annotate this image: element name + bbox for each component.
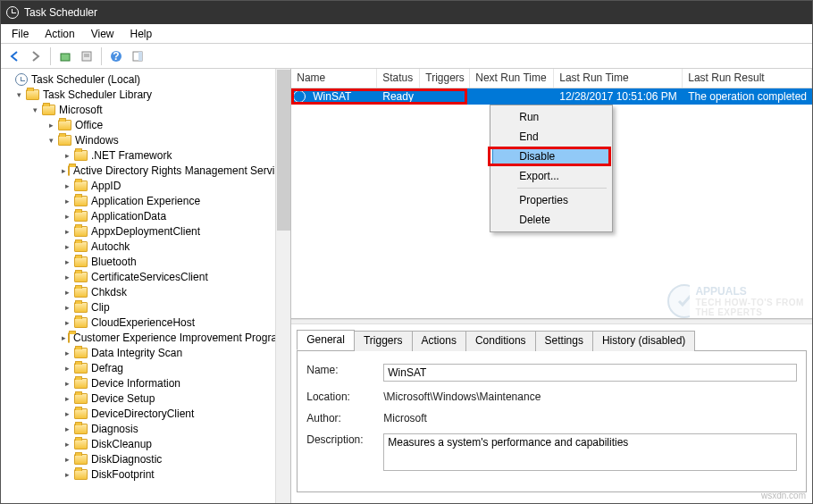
ctx-delete[interactable]: Delete [492, 210, 610, 230]
tree-folder[interactable]: Application Experience [1, 193, 290, 208]
expand-icon[interactable] [62, 256, 72, 267]
tree-folder[interactable]: Customer Experience Improvement Program [1, 330, 290, 345]
ctx-export[interactable]: Export... [492, 166, 610, 186]
tree-label: CloudExperienceHost [91, 316, 195, 329]
tree-microsoft[interactable]: Microsoft [1, 102, 290, 117]
menu-view[interactable]: View [84, 26, 122, 42]
tree-folder[interactable]: DeviceDirectoryClient [1, 406, 290, 421]
tree-folder[interactable]: DiskDiagnostic [1, 451, 290, 466]
expand-icon[interactable] [46, 120, 56, 130]
col-name[interactable]: Name [291, 69, 377, 88]
tab-history[interactable]: History (disabled) [592, 331, 695, 351]
action-pane-toggle[interactable] [128, 46, 147, 66]
expand-icon[interactable] [46, 135, 56, 146]
expand-icon[interactable] [62, 196, 72, 206]
expand-icon[interactable] [29, 105, 40, 115]
tree-folder[interactable]: AppxDeploymentClient [1, 223, 290, 239]
col-triggers[interactable]: Triggers [420, 69, 470, 88]
right-pane: Name Status Triggers Next Run Time Last … [291, 69, 812, 503]
tree-label: ApplicationData [91, 210, 166, 223]
up-button[interactable] [55, 46, 75, 66]
tree-root[interactable]: Task Scheduler (Local) [1, 71, 290, 87]
folder-icon [74, 363, 88, 374]
tree-scrollbar[interactable] [275, 69, 290, 503]
tab-settings[interactable]: Settings [535, 331, 593, 351]
watermark: APPUALS TECH HOW-TO'S FROM THE EXPERTS [666, 283, 812, 319]
tree-folder[interactable]: DiskFootprint [1, 466, 290, 482]
tree-folder[interactable]: ApplicationData [1, 208, 290, 223]
help-button[interactable]: ? [106, 46, 126, 66]
expand-icon[interactable] [62, 287, 72, 298]
tree-label: AppID [91, 180, 121, 192]
tree-label: Device Setup [91, 392, 155, 405]
expand-icon[interactable] [62, 348, 72, 358]
tree-folder[interactable]: Data Integrity Scan [1, 345, 290, 360]
expand-icon[interactable] [62, 241, 72, 252]
expand-icon[interactable] [62, 393, 72, 404]
expand-icon[interactable] [62, 363, 72, 374]
tree-folder[interactable]: Chkdsk [1, 284, 290, 299]
expand-icon[interactable] [62, 454, 72, 465]
tree-folder[interactable]: DiskCleanup [1, 436, 290, 451]
expand-icon[interactable] [62, 165, 66, 176]
menu-help[interactable]: Help [123, 26, 160, 42]
tree-folder[interactable]: Bluetooth [1, 254, 290, 269]
toolbar-separator [101, 47, 102, 65]
cell-triggers [420, 96, 470, 97]
tree-office[interactable]: Office [1, 117, 290, 132]
expand-icon[interactable] [62, 439, 72, 449]
tree-folder[interactable]: Autochk [1, 239, 290, 254]
expand-icon[interactable] [62, 469, 72, 480]
tree-pane[interactable]: Task Scheduler (Local) Task Scheduler Li… [1, 69, 291, 503]
tree-folder[interactable]: Clip [1, 299, 290, 315]
tree-windows[interactable]: Windows [1, 132, 290, 147]
expand-icon[interactable] [62, 211, 72, 222]
ctx-run[interactable]: Run [492, 107, 610, 127]
scrollbar-thumb[interactable] [277, 70, 290, 231]
content-area: Task Scheduler (Local) Task Scheduler Li… [1, 69, 812, 503]
tree-folder[interactable]: CertificateServicesClient [1, 269, 290, 284]
ctx-end[interactable]: End [492, 127, 610, 147]
tree-label: AppxDeploymentClient [91, 225, 200, 238]
expand-icon[interactable] [62, 302, 72, 313]
ctx-disable[interactable]: Disable [492, 147, 610, 166]
tree-folder[interactable]: CloudExperienceHost [1, 315, 290, 330]
clock-icon [15, 73, 28, 86]
tab-actions[interactable]: Actions [412, 331, 466, 351]
tree-folder[interactable]: Device Information [1, 375, 290, 391]
tab-conditions[interactable]: Conditions [465, 331, 536, 351]
back-button[interactable] [4, 46, 24, 66]
expand-icon[interactable] [62, 317, 72, 328]
folder-icon [74, 211, 88, 222]
properties-button[interactable] [77, 46, 96, 66]
tree-folder[interactable]: Defrag [1, 360, 290, 375]
tree-folder[interactable]: Active Directory Rights Management Servi… [1, 163, 290, 178]
expand-icon[interactable] [62, 226, 72, 237]
cell-lastresult: The operation completed [683, 89, 812, 104]
tab-general[interactable]: General [297, 330, 355, 350]
expand-icon[interactable] [62, 150, 72, 161]
expand-icon[interactable] [62, 332, 66, 343]
tree-folder[interactable]: Diagnosis [1, 421, 290, 436]
expand-icon[interactable] [62, 272, 72, 282]
folder-icon [74, 424, 88, 434]
expand-icon[interactable] [62, 424, 72, 434]
tree-folder[interactable]: .NET Framework [1, 147, 290, 163]
menu-file[interactable]: File [4, 26, 36, 42]
tree-folder[interactable]: Device Setup [1, 391, 290, 406]
menu-action[interactable]: Action [38, 26, 81, 42]
task-row-winsat[interactable]: WinSAT Ready 12/28/2017 10:51:06 PM The … [291, 88, 812, 105]
expand-icon[interactable] [62, 181, 72, 191]
col-nextrun[interactable]: Next Run Time [470, 69, 554, 88]
tree-folder[interactable]: AppID [1, 178, 290, 193]
tab-triggers[interactable]: Triggers [354, 331, 413, 351]
forward-button[interactable] [26, 46, 46, 66]
expand-icon[interactable] [13, 89, 24, 100]
expand-icon[interactable] [62, 378, 72, 389]
col-lastrun[interactable]: Last Run Time [554, 69, 683, 88]
col-status[interactable]: Status [377, 69, 420, 88]
expand-icon[interactable] [62, 408, 72, 419]
col-lastresult[interactable]: Last Run Result [683, 69, 812, 88]
ctx-properties[interactable]: Properties [492, 190, 610, 210]
tree-library[interactable]: Task Scheduler Library [1, 87, 290, 102]
